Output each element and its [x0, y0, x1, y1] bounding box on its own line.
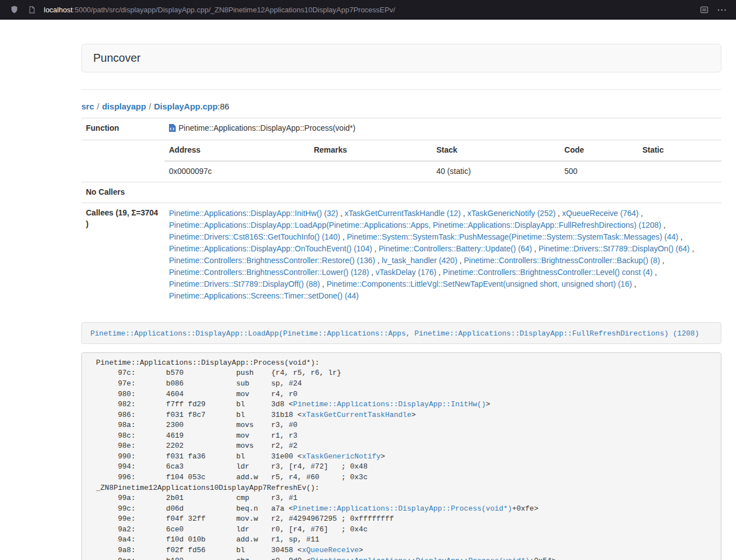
- code-symbol-link[interactable]: xTaskGenericNotify: [302, 452, 381, 461]
- callee-separator: ,: [638, 209, 643, 218]
- static-cell: [638, 161, 721, 182]
- breadcrumb-separator: /: [97, 102, 99, 111]
- callee-link[interactable]: Pinetime::Controllers::BrightnessControl…: [443, 268, 652, 277]
- column-header-remarks: Remarks: [309, 140, 432, 161]
- callee-separator: ,: [461, 209, 468, 218]
- content-divider: [81, 89, 721, 90]
- function-label: Function: [81, 118, 164, 140]
- address-cell: 0x0000097c: [164, 161, 309, 182]
- breadcrumb-line-number: :86: [218, 102, 230, 111]
- callee-separator: ,: [436, 268, 443, 277]
- callee-separator: ,: [375, 256, 382, 265]
- page-content: Puncover src/displayapp/DisplayApp.cpp:8…: [81, 44, 721, 560]
- function-table: Function Pinetime::Applications::Display…: [81, 118, 721, 306]
- callee-separator: ,: [652, 268, 657, 277]
- url-host: localhost: [44, 6, 72, 14]
- callee-link[interactable]: Pinetime::Controllers::BrightnessControl…: [464, 256, 660, 265]
- callee-link[interactable]: Pinetime::Components::LittleVgl::SetNewT…: [327, 279, 632, 288]
- callee-separator: ,: [340, 232, 347, 241]
- function-name-cell: Pinetime::Applications::DisplayApp::Proc…: [164, 118, 721, 140]
- no-callers-label: No Callers: [81, 182, 164, 203]
- menu-dots-icon[interactable]: ⋯: [715, 2, 729, 17]
- callee-separator: ,: [532, 244, 539, 253]
- column-header-stack: Stack: [432, 140, 560, 161]
- callee-link[interactable]: Pinetime::Drivers::St7789::DisplayOff() …: [169, 279, 320, 288]
- callee-detail-panel: Pinetime::Applications::DisplayApp::Load…: [81, 322, 721, 344]
- table-row: Address Remarks Stack Code Static: [164, 140, 721, 161]
- code-symbol-link[interactable]: xTaskGetCurrentTaskHandle: [302, 411, 412, 419]
- empty-cell: [81, 140, 164, 182]
- table-row: Function Pinetime::Applications::Display…: [81, 118, 721, 140]
- breadcrumb-link-displayapp[interactable]: displayapp: [102, 102, 146, 111]
- code-symbol-link[interactable]: Pinetime::Applications::DisplayApp::Init…: [293, 400, 486, 408]
- code-symbol-link[interactable]: Pinetime::Applications::DisplayApp::Proc…: [293, 504, 512, 513]
- code-cell: 500: [560, 161, 638, 182]
- callee-link[interactable]: xTaskGenericNotify (252): [467, 209, 555, 218]
- column-header-address: Address: [164, 140, 309, 161]
- column-header-static: Static: [638, 140, 721, 161]
- page-proxy-icon[interactable]: [25, 2, 39, 17]
- callee-link[interactable]: xTaskGetCurrentTaskHandle (12): [345, 209, 461, 218]
- callee-link[interactable]: Pinetime::System::SystemTask::PushMessag…: [347, 232, 679, 241]
- table-row: No Callers: [81, 182, 721, 203]
- callee-link[interactable]: Pinetime::Applications::DisplayApp::OnTo…: [169, 244, 372, 253]
- page-proxy-icon-glyph: [28, 6, 36, 14]
- breadcrumb-separator: /: [149, 102, 151, 111]
- callee-separator: ,: [338, 209, 345, 218]
- callee-link[interactable]: Pinetime::Drivers::Cst816S::GetTouchInfo…: [169, 232, 340, 241]
- remarks-cell: [309, 161, 432, 182]
- callee-separator: ,: [660, 256, 665, 265]
- disassembly-block: Pinetime::Applications::DisplayApp::Proc…: [81, 352, 721, 560]
- breadcrumb: src/displayapp/DisplayApp.cpp:86: [81, 102, 721, 111]
- callee-separator: ,: [632, 279, 637, 288]
- function-symbol-icon: [169, 124, 176, 135]
- code-symbol-link[interactable]: xQueueReceive: [302, 546, 359, 554]
- url-bar[interactable]: localhost:5000/path/src/displayapp/Displ…: [44, 6, 697, 14]
- callee-link[interactable]: Pinetime::Controllers::BrightnessControl…: [169, 256, 375, 265]
- breadcrumb-link-src[interactable]: src: [81, 102, 94, 111]
- callee-link[interactable]: Pinetime::Controllers::BrightnessControl…: [169, 268, 369, 277]
- callee-link[interactable]: lv_task_handler (420): [382, 256, 458, 265]
- column-header-code: Code: [560, 140, 638, 161]
- reader-view-icon-glyph: [700, 6, 708, 14]
- table-row: Address Remarks Stack Code Static 0x0000…: [81, 140, 721, 182]
- table-row: 0x0000097c 40 (static) 500: [164, 161, 721, 182]
- table-row: Callees (19, Σ=3704 ) Pinetime::Applicat…: [81, 203, 721, 306]
- callee-separator: ,: [372, 244, 379, 253]
- breadcrumb-link-file[interactable]: DisplayApp.cpp: [154, 102, 217, 111]
- no-callers-cell: [164, 182, 721, 203]
- callee-separator: ,: [320, 279, 327, 288]
- callee-separator: ,: [661, 221, 666, 229]
- callee-separator: ,: [690, 244, 694, 253]
- page-header: Puncover: [81, 44, 721, 72]
- callee-link[interactable]: xQueueReceive (764): [562, 209, 638, 218]
- callees-label: Callees (19, Σ=3704 ): [81, 203, 164, 306]
- callee-link[interactable]: vTaskDelay (176): [376, 268, 436, 277]
- callee-separator: ,: [458, 256, 464, 265]
- callees-list: Pinetime::Applications::DisplayApp::Init…: [164, 203, 721, 306]
- metrics-cell: Address Remarks Stack Code Static 0x0000…: [164, 140, 721, 182]
- callee-separator: ,: [556, 209, 563, 218]
- callee-separator: ,: [369, 268, 376, 277]
- browser-chrome: localhost:5000/path/src/displayapp/Displ…: [0, 0, 736, 20]
- metrics-table: Address Remarks Stack Code Static 0x0000…: [164, 140, 721, 182]
- callee-link[interactable]: Pinetime::Applications::DisplayApp::Init…: [169, 209, 338, 218]
- app-title: Puncover: [93, 52, 710, 65]
- reader-view-icon[interactable]: [697, 2, 711, 17]
- shield-icon-glyph: [10, 5, 19, 14]
- callee-link[interactable]: Pinetime::Drivers::St7789::DisplayOn() (…: [538, 244, 689, 253]
- callee-link[interactable]: Pinetime::Applications::Screens::Timer::…: [169, 291, 359, 300]
- shield-icon[interactable]: [7, 2, 21, 17]
- stack-cell: 40 (static): [432, 161, 560, 182]
- url-path: :5000/path/src/displayapp/DisplayApp.cpp…: [72, 6, 395, 14]
- code-symbol-link[interactable]: Pinetime::Applications::DisplayApp::Proc…: [310, 557, 529, 560]
- function-name: Pinetime::Applications::DisplayApp::Proc…: [179, 123, 355, 132]
- callee-link[interactable]: Pinetime::Controllers::Battery::Update()…: [379, 244, 532, 253]
- callee-link[interactable]: Pinetime::Applications::DisplayApp::Load…: [169, 221, 661, 229]
- callee-separator: ,: [678, 232, 683, 241]
- panel-heading-link[interactable]: Pinetime::Applications::DisplayApp::Load…: [90, 329, 699, 338]
